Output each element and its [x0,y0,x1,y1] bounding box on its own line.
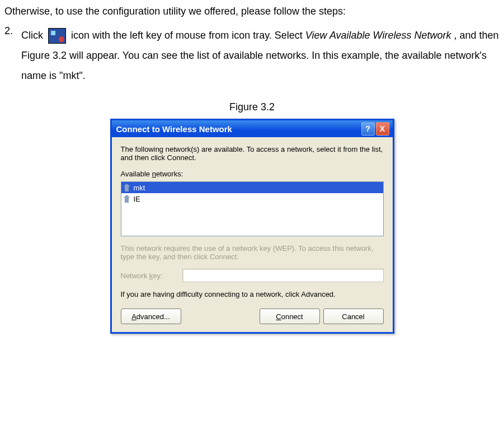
network-icon [124,195,130,203]
networks-listbox[interactable]: mkt IE [121,181,384,236]
list-item[interactable]: IE [121,193,383,204]
view-available-link: View Available Wireless Network [305,30,451,41]
advanced-button[interactable]: Advanced... [121,309,181,324]
cancel-button[interactable]: Cancel [323,309,384,324]
figure-caption: Figure 3.2 [4,101,500,113]
step-text-mid: icon with the left key of mouse from ico… [71,30,305,41]
network-name: IE [134,195,140,203]
dialog-description: The following network(s) are available. … [121,145,384,162]
step-2: 2. Click icon with the left key of mouse… [4,25,500,86]
help-button[interactable]: ? [361,122,375,135]
step-body: Click icon with the left key of mouse fr… [21,25,500,86]
wep-note: This network requires the use of a netwo… [121,244,384,261]
list-item[interactable]: mkt [121,182,383,193]
network-key-row: Network key: [121,269,384,282]
available-networks-label: Available networks: [121,170,384,178]
network-icon [124,184,130,191]
network-key-label: Network key: [121,272,182,280]
intro-text: Otherwise, to use the configuration util… [4,6,500,17]
advanced-hint: If you are having difficulty connecting … [121,290,384,298]
tray-icon [48,28,66,44]
connect-button[interactable]: Connect [260,309,320,324]
close-button[interactable]: X [376,122,389,135]
dialog-title: Connect to Wireless Network [116,124,232,134]
network-name: mkt [134,184,145,192]
network-key-input[interactable] [182,269,384,282]
connect-dialog: Connect to Wireless Network ? X The foll… [110,119,394,334]
button-row: Advanced... Connect Cancel [121,309,384,324]
step-number: 2. [4,25,21,37]
step-text-pre: Click [21,30,46,41]
titlebar: Connect to Wireless Network ? X [112,120,393,137]
